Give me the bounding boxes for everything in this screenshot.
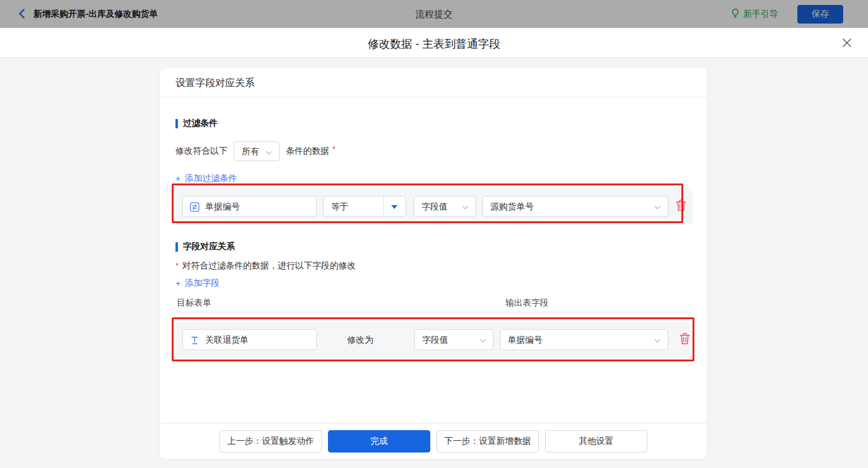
mapping-value-value: 单据编号 <box>508 335 542 346</box>
mapping-value-select[interactable]: 单据编号 <box>500 329 668 350</box>
settings-card: 设置字段对应关系 过滤条件 修改符合以下 所有 条件的数据 * + 添加过滤条件 <box>160 68 707 459</box>
column-header-output-field: 输出表字段 <box>505 298 549 309</box>
filter-match-row: 修改符合以下 所有 条件的数据 * <box>175 141 335 161</box>
modal-dim-overlay <box>0 0 868 28</box>
mapping-value-type-select[interactable]: 字段值 <box>414 329 494 350</box>
next-step-button[interactable]: 下一步：设置新增数据 <box>436 430 539 453</box>
text-field-icon <box>190 335 200 348</box>
modal-title: 修改数据 - 主表到普通字段 <box>0 37 868 51</box>
mapping-row: 关联退货单 修改为 字段值 单据编号 <box>175 322 693 358</box>
filter-operator-select[interactable]: 等于 <box>323 196 406 217</box>
filter-value-value: 源购货单号 <box>490 201 534 213</box>
mapping-value-type-value: 字段值 <box>422 335 448 346</box>
section-marker-bar <box>175 242 178 252</box>
modal-body: 设置字段对应关系 过滤条件 修改符合以下 所有 条件的数据 * + 添加过滤条件 <box>0 58 868 468</box>
mapping-section-title: 字段对应关系 <box>175 241 235 252</box>
add-field-link[interactable]: + 添加字段 <box>175 278 219 289</box>
top-navbar: 新增采购开票-出库及修改购货单 流程提交 新手引导 保存 <box>0 0 868 28</box>
filter-value-select[interactable]: 源购货单号 <box>482 196 668 217</box>
close-icon[interactable] <box>842 38 852 48</box>
mapping-field-value: 关联退货单 <box>205 335 249 346</box>
filter-section-title: 过滤条件 <box>175 118 218 129</box>
screen: 新增采购开票-出库及修改购货单 流程提交 新手引导 保存 修改数据 - 主表到普… <box>0 0 868 468</box>
modal-header: 修改数据 - 主表到普通字段 <box>0 28 868 58</box>
column-header-target-form: 目标表单 <box>177 298 211 309</box>
column-divider <box>175 312 693 312</box>
done-button[interactable]: 完成 <box>328 430 430 453</box>
caret-down-icon <box>391 205 397 209</box>
card-footer: 上一步：设置触发动作 完成 下一步：设置新增数据 其他设置 <box>160 423 707 459</box>
plus-icon: + <box>175 174 180 183</box>
other-settings-button[interactable]: 其他设置 <box>545 430 647 453</box>
plus-icon: + <box>175 278 180 288</box>
match-prefix-label: 修改符合以下 <box>175 146 228 157</box>
add-filter-condition-label: 添加过滤条件 <box>185 173 237 184</box>
card-header: 设置字段对应关系 <box>160 68 707 97</box>
mapping-field-picker[interactable]: 关联退货单 <box>182 329 317 350</box>
required-asterisk: * <box>332 144 335 154</box>
filter-operator-value: 等于 <box>331 201 348 213</box>
filter-field-value: 单据编号 <box>205 201 240 213</box>
chevron-down-icon <box>463 203 469 210</box>
chevron-down-icon <box>655 203 661 210</box>
match-suffix-label: 条件的数据 <box>286 146 329 157</box>
card-header-title: 设置字段对应关系 <box>175 77 255 90</box>
mapping-description: *对符合过滤条件的数据，进行以下字段的修改 <box>175 260 356 272</box>
chevron-down-icon <box>480 337 486 343</box>
mapping-description-text: 对符合过滤条件的数据，进行以下字段的修改 <box>182 260 356 270</box>
delete-mapping-row-button[interactable] <box>678 332 691 346</box>
filter-condition-row: 单据编号 等于 字段值 源购货单号 <box>175 188 693 224</box>
filter-field-picker[interactable]: 单据编号 <box>182 196 317 217</box>
section-marker-bar <box>175 119 178 128</box>
match-mode-select[interactable]: 所有 <box>234 141 280 161</box>
match-mode-value: 所有 <box>242 146 259 157</box>
modify-to-label: 修改为 <box>347 335 373 346</box>
delete-filter-condition-button[interactable] <box>675 199 687 213</box>
required-asterisk: * <box>175 261 179 270</box>
operator-caret-segment[interactable] <box>383 196 405 216</box>
chevron-down-icon <box>655 337 661 343</box>
prev-step-button[interactable]: 上一步：设置触发动作 <box>219 430 322 453</box>
chevron-down-icon <box>266 149 272 155</box>
add-field-label: 添加字段 <box>185 278 219 289</box>
serial-number-field-icon <box>190 202 200 214</box>
filter-value-type-select[interactable]: 字段值 <box>414 196 476 217</box>
filter-value-type-value: 字段值 <box>422 201 448 213</box>
filter-section-label: 过滤条件 <box>183 118 218 129</box>
add-filter-condition-link[interactable]: + 添加过滤条件 <box>175 173 237 184</box>
mapping-section-label: 字段对应关系 <box>183 241 235 252</box>
